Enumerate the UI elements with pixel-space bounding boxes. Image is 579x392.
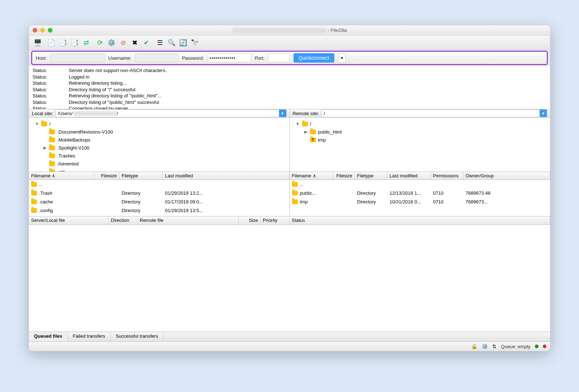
toggle-log-icon[interactable]: 📄 — [46, 38, 56, 48]
log-label: Status: — [33, 67, 54, 74]
username-input[interactable] — [135, 54, 178, 62]
col-server-file[interactable]: Server/Local file — [29, 216, 109, 224]
file-permissions — [431, 184, 464, 185]
quickconnect-dropdown[interactable]: ▼ — [338, 53, 346, 63]
col-permissions[interactable]: Permissions — [431, 172, 464, 180]
local-file-list[interactable]: ...TrashDirectory01/29/2019 13:2....cach… — [29, 180, 290, 216]
file-row[interactable]: tmpDirectory10/31/2018 0...07107689673..… — [290, 197, 550, 206]
folder-icon — [292, 191, 298, 195]
toggle-local-tree-icon[interactable]: 📑 — [58, 38, 68, 48]
refresh-icon[interactable]: ⟳ — [95, 38, 105, 48]
tree-item[interactable]: .vol — [30, 168, 288, 172]
process-queue-icon[interactable]: ⚙️ — [106, 38, 117, 48]
chevron-down-icon[interactable]: ▼ — [279, 110, 286, 117]
tree-item[interactable]: tmp — [291, 136, 549, 144]
file-row[interactable]: .. — [29, 180, 290, 189]
tree-item[interactable]: ▼/ — [30, 120, 288, 128]
binoculars-icon[interactable]: 🔭 — [190, 38, 200, 48]
tree-item[interactable]: .Trashes — [30, 152, 288, 160]
col-filesize[interactable]: Filesize — [333, 172, 355, 180]
file-row[interactable]: .TrashDirectory01/29/2019 13:2... — [29, 189, 290, 197]
file-owner: 7689673 48 — [464, 190, 550, 197]
tab-failed-transfers[interactable]: Failed transfers — [68, 332, 111, 341]
reconnect-icon[interactable]: ✔︎ — [141, 38, 151, 48]
disconnect-icon[interactable]: ✖︎ — [130, 38, 140, 48]
folder-icon — [292, 182, 298, 187]
host-label: Host: — [36, 55, 47, 61]
toggle-queue-icon[interactable]: ⇄ — [81, 38, 91, 48]
tab-successful-transfers[interactable]: Successful transfers — [111, 332, 164, 341]
password-label: Password: — [182, 55, 204, 61]
site-manager-icon[interactable]: 🖥️ — [33, 38, 43, 48]
tree-item[interactable]: ▶.Spotlight-V100 — [30, 144, 288, 152]
port-input[interactable] — [268, 54, 290, 62]
tab-queued-files[interactable]: Queued files — [29, 332, 68, 341]
remote-tree[interactable]: ▼/▶public_htmltmp — [290, 118, 550, 172]
disclosure-triangle-icon[interactable]: ▼ — [35, 122, 39, 126]
host-input[interactable] — [50, 54, 105, 62]
log-message: Retrieving directory listing of "/public… — [69, 93, 161, 99]
col-status[interactable]: Status — [290, 216, 550, 224]
col-lastmod[interactable]: Last modified — [388, 172, 431, 180]
queue-list[interactable] — [29, 225, 550, 332]
col-filetype[interactable]: Filetype — [119, 172, 163, 180]
col-remote-file[interactable]: Remote file — [138, 216, 239, 224]
titlebar: - FileZilla — [29, 25, 550, 35]
disclosure-triangle-icon[interactable]: ▶ — [304, 130, 308, 134]
col-filetype[interactable]: Filetype — [355, 172, 388, 180]
file-name: .cache — [39, 199, 53, 205]
toggle-remote-tree-icon[interactable]: 📑 — [69, 38, 80, 48]
tree-item[interactable]: .DocumentRevisions-V100 — [30, 128, 288, 136]
log-message: Directory listing of "/" successful — [69, 87, 135, 93]
file-type: Directory — [355, 190, 388, 197]
remote-file-list[interactable]: ..public...Directory12/13/2018 1...07107… — [290, 180, 550, 216]
filter-icon[interactable]: ☰ — [155, 38, 165, 48]
cancel-icon[interactable]: ⊘ — [118, 38, 128, 48]
activity-led-receive — [535, 345, 538, 348]
compare-icon[interactable]: 🔄 — [178, 38, 188, 48]
file-owner — [464, 184, 550, 185]
search-icon[interactable]: 🔍 — [166, 38, 177, 48]
file-row[interactable]: .configDirectory01/29/2019 13:5... — [29, 206, 290, 215]
col-filename[interactable]: Filename ∧ — [29, 172, 94, 180]
file-permissions: 0710 — [431, 198, 464, 205]
chevron-down-icon[interactable]: ▼ — [540, 110, 547, 117]
disclosure-triangle-icon[interactable]: ▼ — [296, 122, 300, 126]
col-filename[interactable]: Filename ∧ — [290, 172, 333, 180]
col-lastmod[interactable]: Last modified — [163, 172, 290, 180]
local-tree[interactable]: ▼/.DocumentRevisions-V100.MobileBackups▶… — [29, 118, 290, 172]
col-priority[interactable]: Priority — [261, 216, 290, 224]
file-modified — [163, 184, 221, 185]
tree-item[interactable]: .MobileBackups — [30, 136, 288, 144]
col-filesize[interactable]: Filesize — [94, 172, 119, 180]
file-row[interactable]: public...Directory12/13/2018 1...0710768… — [290, 189, 550, 197]
message-log[interactable]: Status:Server does not support non-ASCII… — [29, 66, 550, 109]
tree-item-label: .Spotlight-V100 — [57, 145, 89, 151]
folder-icon — [310, 138, 316, 142]
tree-item-label: .Trashes — [57, 153, 75, 159]
remote-path-combo[interactable]: / ▼ — [321, 109, 547, 117]
quickconnect-bar: Host: Username: Password: Port: Quickcon… — [31, 51, 548, 65]
file-permissions: 0710 — [431, 190, 464, 197]
file-name: .. — [300, 182, 303, 187]
gear-icon: ⚙️ — [482, 343, 488, 349]
folder-icon — [310, 130, 316, 134]
file-row[interactable]: .. — [290, 180, 550, 189]
col-owner[interactable]: Owner/Group — [464, 172, 550, 180]
col-direction[interactable]: Direction — [109, 216, 138, 224]
log-label: Status: — [33, 105, 54, 109]
disclosure-triangle-icon[interactable]: ▶ — [43, 146, 47, 150]
queue-status-label: Queue: empty — [501, 344, 531, 349]
file-row[interactable]: .cacheDirectory01/17/2019 09:0... — [29, 197, 290, 206]
toolbar: 🖥️ 📄 📑 📑 ⇄ ⟳ ⚙️ ⊘ ✖︎ ✔︎ ☰ 🔍 🔄 🔭 — [29, 35, 550, 50]
tree-item[interactable]: ▶public_html — [291, 128, 549, 136]
password-input[interactable] — [208, 54, 251, 62]
folder-icon — [49, 153, 55, 158]
col-size[interactable]: Size — [239, 216, 261, 224]
tree-item[interactable]: .fseventsd — [30, 160, 288, 168]
folder-icon — [31, 182, 37, 187]
quickconnect-button[interactable]: Quickconnect — [293, 53, 334, 63]
site-split: Local site: /Users// ▼ ▼/.DocumentRevisi… — [29, 109, 550, 216]
tree-item[interactable]: ▼/ — [291, 120, 549, 128]
local-path-combo[interactable]: /Users// ▼ — [55, 109, 287, 117]
